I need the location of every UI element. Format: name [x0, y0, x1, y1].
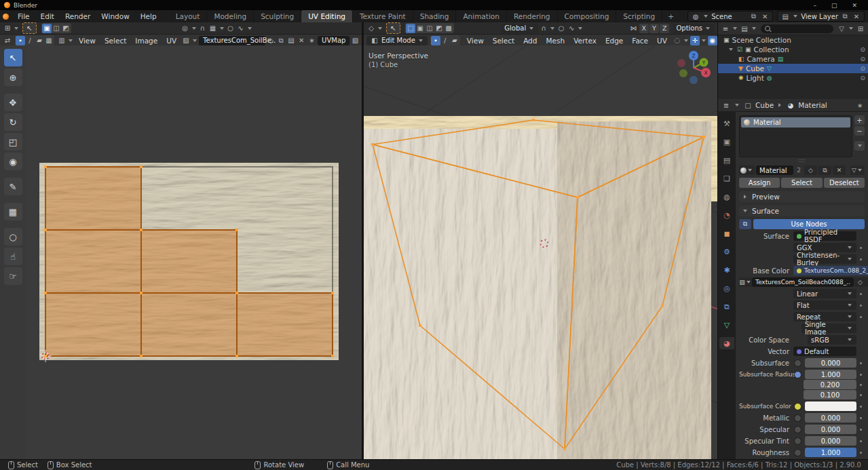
- mirror-x-toggle[interactable]: X: [639, 24, 649, 33]
- view-layer-selector[interactable]: ▤ View Layer ⧉ ✕: [777, 11, 865, 22]
- distribution-dropdown[interactable]: GGX: [793, 243, 856, 252]
- uv-menu-uv[interactable]: UV: [162, 37, 181, 45]
- uv-map-field[interactable]: UVMap: [318, 36, 350, 45]
- metallic-slider[interactable]: 0.000: [805, 413, 856, 423]
- select-mode-5-icon[interactable]: ▩: [444, 24, 453, 33]
- vp-menu-vertex[interactable]: Vertex: [569, 37, 601, 45]
- vp-canvas[interactable]: Z Y X: [364, 45, 717, 460]
- tab-object[interactable]: ◼: [719, 227, 734, 239]
- eye-icon[interactable]: ⊙: [860, 46, 865, 53]
- socket-icon[interactable]: [794, 359, 801, 367]
- uv-vertex-mode-icon[interactable]: ∙: [16, 36, 25, 45]
- rotate-tool[interactable]: ↻: [4, 113, 22, 131]
- properties-type-icon[interactable]: ≣: [721, 100, 731, 110]
- pivot-point-icon[interactable]: ◎: [181, 24, 190, 33]
- outliner-row-scene-collection[interactable]: ▣ Scene Collection: [718, 35, 868, 45]
- vp-menu-add[interactable]: Add: [519, 37, 541, 45]
- display-channels-icon[interactable]: ▧: [350, 36, 360, 45]
- socket-icon[interactable]: [794, 449, 801, 456]
- tab-texture-paint[interactable]: Texture Paint: [353, 10, 413, 22]
- base-color-field[interactable]: TexturesCom..088_2_M.jpg: [793, 266, 868, 275]
- open-image-folder-icon[interactable]: ▤: [286, 36, 296, 45]
- uv-canvas[interactable]: [26, 45, 362, 460]
- socket-icon[interactable]: [794, 426, 801, 433]
- proportional-editing-icon[interactable]: ○: [226, 24, 235, 33]
- tab-render[interactable]: ▣: [719, 136, 734, 148]
- maximize-button[interactable]: □: [831, 2, 837, 9]
- menu-render[interactable]: Render: [60, 12, 96, 20]
- specular-tint-slider[interactable]: 0.000: [805, 436, 856, 446]
- add-workspace-button[interactable]: +: [662, 10, 679, 22]
- material-slot-list[interactable]: Material: [739, 115, 852, 157]
- socket-icon[interactable]: [794, 403, 801, 410]
- image-browse-icon[interactable]: ▧: [181, 36, 191, 45]
- uv-edge-mode-icon[interactable]: ∕: [25, 36, 35, 45]
- editor-type-icon[interactable]: ◇: [366, 24, 376, 33]
- mode-dropdown[interactable]: ◧ Edit Mode: [366, 36, 428, 45]
- new-view-layer-icon[interactable]: ⧉: [840, 12, 850, 21]
- snap-magnet-icon[interactable]: ∩: [539, 24, 548, 33]
- outliner-row-cube[interactable]: ▼ Cube ▽ ⊙: [718, 64, 868, 73]
- collection-checkbox[interactable]: ☑: [737, 46, 742, 53]
- minimize-button[interactable]: –: [813, 2, 816, 9]
- tab-world[interactable]: ◔: [719, 209, 734, 221]
- select-button[interactable]: Select: [781, 178, 822, 188]
- remove-slot-button[interactable]: −: [854, 126, 865, 136]
- tab-compositing[interactable]: Compositing: [558, 10, 617, 22]
- annotate-tool[interactable]: ✎: [4, 178, 22, 195]
- duplicate-material-icon[interactable]: ⧉: [818, 165, 831, 175]
- uv-sync-selection-icon[interactable]: ⇄: [3, 36, 12, 45]
- outliner-row-light[interactable]: ✺ Light ◍ ⊙: [718, 73, 868, 83]
- unlink-image-icon[interactable]: ✕: [297, 36, 306, 45]
- uv-menu-image[interactable]: Image: [131, 37, 162, 45]
- material-slot-active[interactable]: Material: [741, 117, 850, 128]
- select-mode-1-icon[interactable]: ⬚: [406, 24, 415, 33]
- vertex-select-icon[interactable]: ∙: [431, 36, 440, 45]
- specular-slider[interactable]: 0.000: [805, 425, 856, 434]
- tab-shading[interactable]: Shading: [413, 10, 457, 22]
- scene-selector[interactable]: ◍ Scene ⧉ ✕: [687, 11, 773, 22]
- display-mode-icon[interactable]: ▤: [740, 24, 749, 33]
- menu-edit[interactable]: Edit: [35, 12, 60, 20]
- tab-scene[interactable]: ◍: [719, 191, 734, 203]
- extension-dropdown[interactable]: Repeat: [793, 312, 856, 321]
- tab-scripting[interactable]: Scripting: [616, 10, 662, 22]
- projection-dropdown[interactable]: Flat: [793, 300, 856, 310]
- deselect-button[interactable]: Deselect: [824, 178, 865, 188]
- new-scene-icon[interactable]: ⧉: [749, 12, 758, 21]
- browse-image-icon[interactable]: ▧: [739, 277, 752, 287]
- preview-panel-header[interactable]: Preview: [739, 191, 865, 202]
- edge-select-icon[interactable]: ∕: [440, 36, 450, 45]
- tab-object-data[interactable]: ▽: [719, 319, 734, 331]
- subsurface-color-swatch[interactable]: [805, 402, 856, 411]
- select-mode-3-icon[interactable]: ◫: [425, 24, 434, 33]
- tab-uv-editing[interactable]: UV Editing: [301, 10, 353, 22]
- menu-file[interactable]: File: [12, 12, 35, 20]
- vp-menu-mesh[interactable]: Mesh: [542, 37, 569, 45]
- uv-menu-view[interactable]: View: [75, 37, 100, 45]
- scale-tool[interactable]: ◰: [4, 133, 22, 151]
- unlink-view-layer-icon[interactable]: ✕: [852, 12, 861, 21]
- snap-magnet-icon[interactable]: ∩: [198, 24, 208, 33]
- socket-icon[interactable]: [794, 371, 801, 378]
- uv-face-mode-icon[interactable]: ▰: [35, 36, 44, 45]
- poly-tool[interactable]: ○: [4, 228, 22, 246]
- pin-icon[interactable]: ∗: [855, 100, 865, 110]
- vp-menu-select[interactable]: Select: [489, 37, 518, 45]
- vp-menu-view[interactable]: View: [463, 37, 488, 45]
- cursor-tool[interactable]: ⊕: [4, 68, 22, 86]
- interpolation-dropdown[interactable]: Linear: [793, 289, 856, 298]
- tab-constraints[interactable]: ⧉: [719, 300, 734, 313]
- tab-sculpting[interactable]: Sculpting: [254, 10, 301, 22]
- transform-tool[interactable]: ◉: [4, 153, 22, 170]
- vp-menu-edge[interactable]: Edge: [601, 37, 627, 45]
- unlink-scene-icon[interactable]: ✕: [760, 12, 770, 21]
- eye-icon[interactable]: ⊙: [860, 65, 865, 72]
- tab-material[interactable]: ◕: [719, 337, 734, 349]
- pin-icon[interactable]: ∗: [307, 36, 316, 45]
- proportional-falloff-icon[interactable]: ∿: [236, 24, 246, 33]
- image-name-field[interactable]: TexturesCom_SoilBe..: [199, 36, 265, 45]
- select-mode-new-icon[interactable]: ▣: [42, 24, 52, 33]
- eye-icon[interactable]: ⊙: [860, 56, 865, 62]
- pinch-tool[interactable]: ☞: [4, 267, 22, 285]
